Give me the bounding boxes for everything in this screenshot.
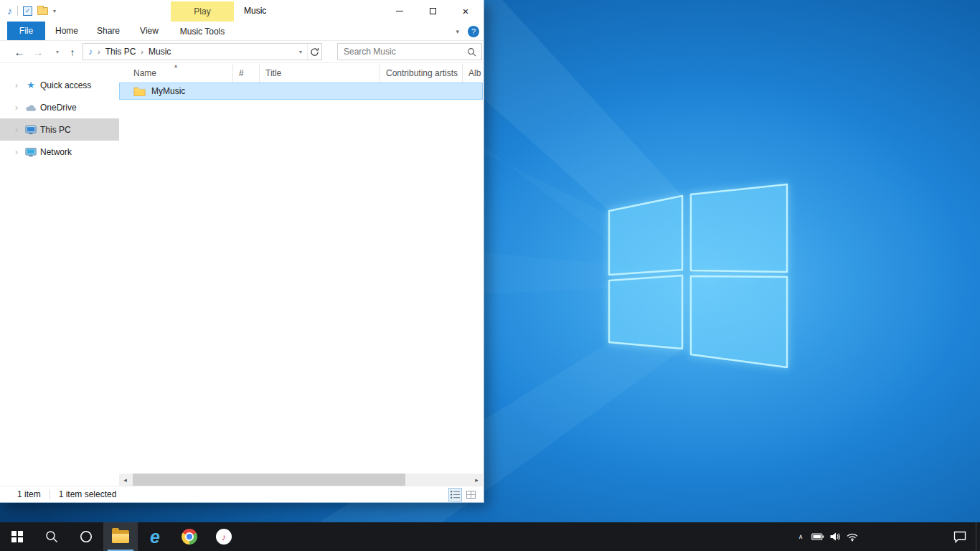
search-input[interactable] bbox=[338, 47, 467, 57]
tab-file[interactable]: File bbox=[7, 22, 45, 40]
forward-button[interactable]: → bbox=[30, 41, 46, 63]
column-headers: ▴ Name # Title Contributing artists Alb bbox=[119, 64, 483, 83]
contextual-tab-header-play[interactable]: Play bbox=[171, 1, 234, 22]
column-header-number[interactable]: # bbox=[233, 64, 260, 83]
onedrive-cloud-icon bbox=[25, 102, 37, 113]
quick-access-toolbar: ♪ ✓ ▾ bbox=[7, 0, 56, 22]
action-center-icon bbox=[953, 531, 966, 543]
explorer-window: ♪ ✓ ▾ Play Music × File Home Share View … bbox=[0, 0, 484, 503]
window-body: › ★ Quick access › OneDrive › bbox=[0, 64, 483, 474]
sidebar-item-label: OneDrive bbox=[40, 103, 77, 113]
refresh-button[interactable] bbox=[307, 44, 321, 60]
column-label: # bbox=[239, 68, 244, 78]
tray-spacer bbox=[861, 522, 944, 551]
column-header-name[interactable]: ▴ Name bbox=[119, 64, 233, 83]
taskbar-music-app-button[interactable]: ♪ bbox=[207, 522, 241, 551]
breadcrumb-music[interactable]: Music bbox=[144, 44, 175, 60]
recent-locations-caret-icon[interactable]: ▾ bbox=[52, 41, 63, 63]
sidebar-item-network[interactable]: › Network bbox=[0, 141, 119, 163]
window-music-icon: ♪ bbox=[7, 5, 12, 17]
show-hidden-icons-button[interactable]: ∧ bbox=[792, 522, 809, 551]
quick-access-star-icon: ★ bbox=[25, 80, 37, 91]
search-box bbox=[337, 43, 482, 60]
close-button[interactable]: × bbox=[449, 0, 482, 22]
show-desktop-button[interactable] bbox=[976, 522, 980, 551]
qat-new-folder-icon[interactable] bbox=[37, 7, 48, 15]
toolbar-separator bbox=[17, 6, 18, 16]
taskbar-chrome-button[interactable] bbox=[172, 522, 207, 551]
cortana-ring-icon bbox=[79, 529, 93, 544]
address-music-icon: ♪ bbox=[88, 47, 93, 57]
battery-icon[interactable] bbox=[809, 522, 826, 551]
start-button[interactable] bbox=[0, 522, 34, 551]
file-name: MyMusic bbox=[151, 86, 185, 96]
details-view-button[interactable] bbox=[448, 488, 462, 501]
column-label: Alb bbox=[468, 68, 481, 78]
caption-buttons: × bbox=[383, 0, 482, 22]
title-bar: ♪ ✓ ▾ Play Music × bbox=[0, 0, 484, 22]
cortana-button[interactable] bbox=[69, 522, 103, 551]
this-pc-monitor-icon bbox=[25, 124, 37, 136]
column-label: Title bbox=[265, 68, 281, 78]
volume-icon[interactable] bbox=[826, 522, 844, 551]
sidebar-item-quick-access[interactable]: › ★ Quick access bbox=[0, 74, 119, 96]
network-icon bbox=[25, 146, 37, 158]
taskbar-search-button[interactable] bbox=[34, 522, 69, 551]
action-center-button[interactable] bbox=[944, 522, 976, 551]
network-wifi-icon[interactable] bbox=[844, 522, 861, 551]
minimize-button[interactable] bbox=[383, 0, 416, 22]
large-icons-view-button[interactable] bbox=[464, 488, 478, 501]
refresh-icon bbox=[310, 47, 319, 57]
column-header-album[interactable]: Alb bbox=[463, 64, 483, 83]
qat-properties-icon[interactable]: ✓ bbox=[23, 6, 32, 16]
itunes-icon: ♪ bbox=[216, 529, 232, 545]
sidebar-item-this-pc[interactable]: › This PC bbox=[0, 118, 119, 141]
sort-ascending-icon: ▴ bbox=[174, 62, 177, 69]
expander-icon[interactable]: › bbox=[15, 80, 18, 90]
windows-logo-icon bbox=[11, 531, 23, 542]
folder-icon bbox=[133, 86, 146, 96]
taskbar-file-explorer-button[interactable] bbox=[103, 522, 138, 551]
window-title: Music bbox=[244, 0, 266, 22]
up-button[interactable]: ↑ bbox=[65, 41, 80, 63]
column-header-contributing-artists[interactable]: Contributing artists bbox=[380, 64, 463, 83]
column-header-title[interactable]: Title bbox=[260, 64, 380, 83]
maximize-button[interactable] bbox=[416, 0, 449, 22]
expander-icon[interactable]: › bbox=[15, 125, 18, 135]
scroll-left-button[interactable]: ◂ bbox=[119, 474, 131, 486]
tab-share[interactable]: Share bbox=[88, 22, 128, 40]
chrome-icon bbox=[182, 529, 197, 545]
sidebar-item-label: Quick access bbox=[40, 80, 91, 90]
file-list: ▴ Name # Title Contributing artists Alb bbox=[119, 64, 483, 474]
tab-home[interactable]: Home bbox=[45, 22, 88, 40]
item-count: 1 item bbox=[17, 489, 41, 499]
system-tray: ∧ bbox=[792, 522, 980, 551]
qat-customize-caret-icon[interactable]: ▾ bbox=[53, 8, 56, 14]
taskbar-internet-explorer-button[interactable]: e bbox=[138, 522, 172, 551]
status-bar: 1 item 1 item selected bbox=[0, 486, 483, 502]
address-dropdown-icon[interactable]: ▾ bbox=[294, 49, 307, 55]
horizontal-scrollbar[interactable]: ◂ ▸ bbox=[119, 474, 483, 486]
address-toolbar: ← → ▾ ↑ ♪ › This PC › Music ▾ bbox=[0, 41, 484, 63]
ribbon-tabs: File Home Share View Music Tools ▾ ? bbox=[0, 22, 484, 41]
large-icons-view-icon bbox=[466, 491, 476, 499]
sidebar-item-onedrive[interactable]: › OneDrive bbox=[0, 96, 119, 118]
back-button[interactable]: ← bbox=[11, 41, 27, 63]
tab-view[interactable]: View bbox=[128, 22, 170, 40]
expander-icon[interactable]: › bbox=[15, 103, 18, 113]
scroll-right-button[interactable]: ▸ bbox=[471, 474, 483, 486]
breadcrumb-this-pc[interactable]: This PC bbox=[101, 44, 141, 60]
details-view-icon bbox=[451, 491, 460, 499]
expand-ribbon-icon[interactable]: ▾ bbox=[456, 28, 459, 35]
sidebar-item-label: This PC bbox=[40, 125, 71, 135]
search-icon[interactable] bbox=[467, 47, 476, 57]
address-bar[interactable]: ♪ › This PC › Music ▾ bbox=[83, 43, 322, 60]
scrollbar-thumb[interactable] bbox=[133, 474, 405, 486]
expander-icon[interactable]: › bbox=[15, 147, 18, 157]
desktop: ♪ ✓ ▾ Play Music × File Home Share View … bbox=[0, 0, 980, 551]
status-separator bbox=[50, 489, 50, 499]
close-icon: × bbox=[463, 6, 469, 17]
tab-music-tools[interactable]: Music Tools bbox=[171, 22, 234, 41]
help-button[interactable]: ? bbox=[468, 26, 479, 37]
file-row-mymusic[interactable]: MyMusic bbox=[119, 83, 483, 100]
